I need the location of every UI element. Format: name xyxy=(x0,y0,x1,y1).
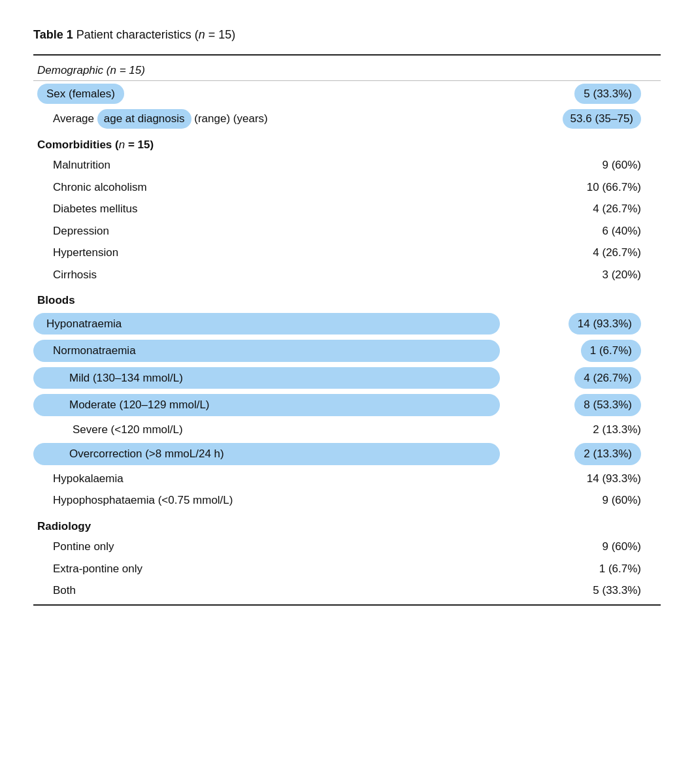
row-moderate: Moderate (120–129 mmol/L) 8 (53.3%) xyxy=(33,391,661,419)
value-hypertension: 4 (26.7%) xyxy=(504,242,661,264)
label-age: Average age at diagnosis (range) (years) xyxy=(33,106,504,131)
normonatraemia-value-bg: 1 (6.7%) xyxy=(581,340,641,362)
section-comorbidities: Comorbidities (n = 15) xyxy=(33,131,661,155)
label-pontine: Pontine only xyxy=(33,536,504,558)
label-malnutrition: Malnutrition xyxy=(33,154,504,176)
label-hypertension: Hypertension xyxy=(33,242,504,264)
table-title-bold: Table 1 xyxy=(33,28,73,41)
value-sex: 5 (33.3%) xyxy=(504,81,661,107)
label-hyponatraemia: Hyponatraemia xyxy=(33,310,504,338)
hyponatraemia-value-bg: 14 (93.3%) xyxy=(569,313,641,335)
label-hypokalaemia: Hypokalaemia xyxy=(33,468,504,490)
label-chronic-alcoholism: Chronic alcoholism xyxy=(33,176,504,199)
n-italic: n xyxy=(199,28,205,41)
label-cirrhosis: Cirrhosis xyxy=(33,264,504,286)
moderate-value-bg: 8 (53.3%) xyxy=(574,394,641,416)
age-highlight-text: age at diagnosis xyxy=(97,109,191,129)
row-sex: Sex (females) 5 (33.3%) xyxy=(33,81,661,107)
row-chronic-alcoholism: Chronic alcoholism 10 (66.7%) xyxy=(33,176,661,199)
value-overcorrection: 2 (13.3%) xyxy=(504,440,661,468)
value-normonatraemia: 1 (6.7%) xyxy=(504,337,661,365)
section-bloods: Bloods xyxy=(33,286,661,310)
label-both: Both xyxy=(33,580,504,602)
mild-label-bg: Mild (130–134 mmol/L) xyxy=(33,367,500,389)
row-normonatraemia: Normonatraemia 1 (6.7%) xyxy=(33,337,661,365)
value-chronic-alcoholism: 10 (66.7%) xyxy=(504,176,661,199)
row-mild: Mild (130–134 mmol/L) 4 (26.7%) xyxy=(33,365,661,392)
label-mild: Mild (130–134 mmol/L) xyxy=(33,365,504,392)
row-depression: Depression 6 (40%) xyxy=(33,220,661,242)
bottom-border xyxy=(33,604,661,606)
label-extra-pontine: Extra-pontine only xyxy=(33,558,504,580)
row-pontine: Pontine only 9 (60%) xyxy=(33,536,661,558)
table-title: Table 1 Patient characteristics (n = 15) xyxy=(33,26,661,49)
comorbidities-bold: Comorbidities xyxy=(37,139,112,151)
row-diabetes: Diabetes mellitus 4 (26.7%) xyxy=(33,198,661,220)
value-hypokalaemia: 14 (93.3%) xyxy=(504,468,661,490)
label-overcorrection: Overcorrection (>8 mmoL/24 h) xyxy=(33,440,504,468)
row-hyponatraemia: Hyponatraemia 14 (93.3%) xyxy=(33,310,661,338)
value-age: 53.6 (35–75) xyxy=(504,106,661,131)
normonatraemia-label-bg: Normonatraemia xyxy=(33,340,500,362)
hyponatraemia-label-bg: Hyponatraemia xyxy=(33,313,500,335)
value-diabetes: 4 (26.7%) xyxy=(504,198,661,220)
bloods-bold: Bloods xyxy=(37,294,75,306)
value-cirrhosis: 3 (20%) xyxy=(504,264,661,286)
row-extra-pontine: Extra-pontine only 1 (6.7%) xyxy=(33,558,661,580)
row-hypokalaemia: Hypokalaemia 14 (93.3%) xyxy=(33,468,661,490)
sex-value-highlight: 5 (33.3%) xyxy=(574,84,641,105)
label-depression: Depression xyxy=(33,220,504,242)
value-severe: 2 (13.3%) xyxy=(504,419,661,441)
value-hypophosphataemia: 9 (60%) xyxy=(504,489,661,512)
label-sex: Sex (females) xyxy=(33,81,504,107)
radiology-bold: Radiology xyxy=(37,520,91,532)
value-mild: 4 (26.7%) xyxy=(504,365,661,392)
label-hypophosphataemia: Hypophosphataemia (<0.75 mmol/L) xyxy=(33,489,504,512)
overcorrection-value-bg: 2 (13.3%) xyxy=(574,443,641,465)
age-value-highlight: 53.6 (35–75) xyxy=(563,109,641,129)
value-both: 5 (33.3%) xyxy=(504,580,661,602)
label-moderate: Moderate (120–129 mmol/L) xyxy=(33,391,504,419)
row-age: Average age at diagnosis (range) (years)… xyxy=(33,106,661,131)
radiology-label: Radiology xyxy=(33,512,661,536)
value-malnutrition: 9 (60%) xyxy=(504,154,661,176)
moderate-label-bg: Moderate (120–129 mmol/L) xyxy=(33,394,500,416)
section-radiology: Radiology xyxy=(33,512,661,536)
mild-value-bg: 4 (26.7%) xyxy=(574,367,641,389)
table-title-text: Patient characteristics (n = 15) xyxy=(76,28,236,41)
section-demographic: Demographic (n = 15) xyxy=(33,56,661,80)
value-hyponatraemia: 14 (93.3%) xyxy=(504,310,661,338)
row-hypertension: Hypertension 4 (26.7%) xyxy=(33,242,661,264)
value-moderate: 8 (53.3%) xyxy=(504,391,661,419)
row-malnutrition: Malnutrition 9 (60%) xyxy=(33,154,661,176)
label-diabetes: Diabetes mellitus xyxy=(33,198,504,220)
label-normonatraemia: Normonatraemia xyxy=(33,337,504,365)
bloods-label: Bloods xyxy=(33,286,661,310)
table-container: Table 1 Patient characteristics (n = 15)… xyxy=(33,26,661,606)
row-hypophosphataemia: Hypophosphataemia (<0.75 mmol/L) 9 (60%) xyxy=(33,489,661,512)
row-overcorrection: Overcorrection (>8 mmoL/24 h) 2 (13.3%) xyxy=(33,440,661,468)
main-table: Demographic (n = 15) Sex (females) 5 (33… xyxy=(33,56,661,602)
comorbidities-label: Comorbidities (n = 15) xyxy=(33,131,661,155)
overcorrection-label-bg: Overcorrection (>8 mmoL/24 h) xyxy=(33,443,500,465)
demographic-label: Demographic (n = 15) xyxy=(33,56,661,80)
value-pontine: 9 (60%) xyxy=(504,536,661,558)
value-extra-pontine: 1 (6.7%) xyxy=(504,558,661,580)
sex-label-highlight: Sex (females) xyxy=(37,84,124,105)
row-severe: Severe (<120 mmol/L) 2 (13.3%) xyxy=(33,419,661,441)
label-severe: Severe (<120 mmol/L) xyxy=(33,419,504,441)
row-both: Both 5 (33.3%) xyxy=(33,580,661,602)
row-cirrhosis: Cirrhosis 3 (20%) xyxy=(33,264,661,286)
value-depression: 6 (40%) xyxy=(504,220,661,242)
